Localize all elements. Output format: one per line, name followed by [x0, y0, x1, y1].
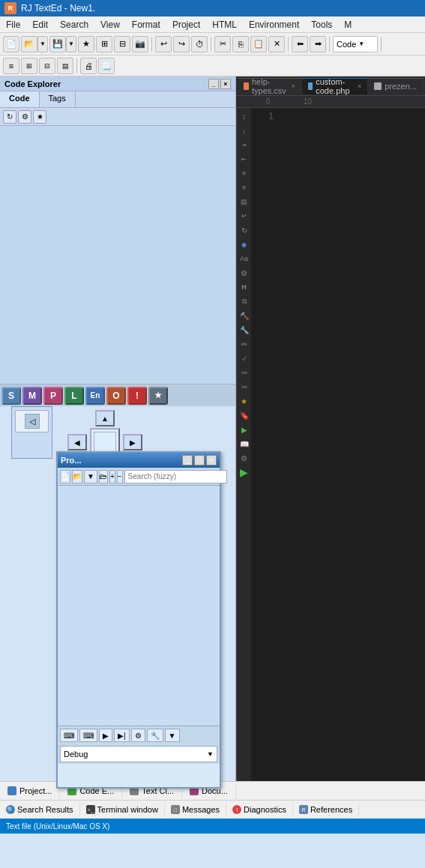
menu-search[interactable]: Search	[54, 16, 94, 32]
tab-tags[interactable]: Tags	[40, 91, 76, 107]
rt-dot-btn[interactable]: ●	[238, 238, 251, 251]
refresh-btn[interactable]: ↻	[3, 110, 16, 124]
proj-new-file-btn[interactable]: 📄	[60, 470, 70, 483]
proj-remove-btn[interactable]: −	[117, 470, 123, 483]
rt-copy-btn[interactable]: ⧉	[238, 295, 251, 308]
rt-wrench-btn[interactable]: 🔧	[238, 323, 251, 337]
rt-indent2-btn[interactable]: ⇤	[238, 152, 251, 166]
tab-php[interactable]: custom-code.php ×	[302, 78, 368, 94]
rt-check-btn[interactable]: ✓	[238, 352, 251, 365]
code-dropdown[interactable]: Code ▼	[333, 36, 378, 52]
menu-view[interactable]: View	[94, 16, 126, 32]
sym-o[interactable]: O	[106, 387, 126, 405]
bookmark-button[interactable]: ★	[78, 36, 94, 52]
save-all-button[interactable]: ⊞	[96, 36, 112, 52]
cut-button[interactable]: ✂	[214, 36, 231, 52]
rt-heading-btn[interactable]: H	[238, 280, 251, 294]
nav-right-btn[interactable]: ▶	[123, 434, 142, 450]
sym-l[interactable]: L	[64, 387, 84, 405]
rt-cursor-btn[interactable]: ↕	[238, 109, 251, 123]
proj-wrench-btn[interactable]: 🔧	[147, 729, 163, 742]
close-button[interactable]: ✕	[268, 36, 285, 52]
rt-book-btn[interactable]: 📖	[238, 437, 251, 450]
menu-environment[interactable]: Environment	[243, 16, 305, 32]
paste-button[interactable]: 📋	[250, 36, 267, 52]
rt-bookmark-btn[interactable]: 🔖	[238, 409, 251, 422]
rt-arrow-btn[interactable]: ↓	[238, 124, 251, 137]
new-button[interactable]: 📄	[3, 36, 19, 52]
menu-tools[interactable]: Tools	[305, 16, 338, 32]
proj-keyboard-btn[interactable]: ⌨	[60, 729, 78, 742]
rt-wrap-btn[interactable]: ↵	[238, 209, 251, 223]
open-button[interactable]: 📂	[21, 36, 37, 52]
editor-content[interactable]	[280, 108, 425, 781]
open-dropdown[interactable]: ▼	[37, 36, 48, 52]
sym-star[interactable]: ★	[148, 387, 168, 405]
menu-html[interactable]: HTML	[206, 16, 243, 32]
rt-settings-btn[interactable]: ⚙	[238, 266, 251, 280]
print-btn[interactable]: 🖨	[80, 58, 97, 74]
csv-tab-close[interactable]: ×	[292, 82, 295, 90]
rt-refresh-btn[interactable]: ↻	[238, 223, 251, 237]
rt-align-btn[interactable]: ≡	[238, 166, 251, 180]
undo-button[interactable]: ↩	[155, 36, 172, 52]
bb-messages[interactable]: □ Messages	[165, 802, 226, 817]
rt-font-btn[interactable]: Aa	[238, 252, 251, 265]
bb-diagnostics[interactable]: ! Diagnostics	[226, 802, 293, 817]
php-tab-close[interactable]: ×	[358, 82, 361, 90]
proj-close-folder-btn[interactable]: 🗁	[99, 470, 108, 483]
menu-edit[interactable]: Edit	[26, 16, 54, 32]
bottom-tab-project[interactable]: Project...	[0, 783, 60, 798]
tab-code[interactable]: Code	[0, 91, 40, 107]
project-search-input[interactable]	[124, 470, 227, 483]
sym-m[interactable]: M	[22, 387, 42, 405]
menu-format[interactable]: Format	[126, 16, 166, 32]
proj-menu-btn[interactable]: ▼	[165, 729, 180, 742]
rt-align3-btn[interactable]: ▤	[238, 195, 251, 208]
rt-run-btn[interactable]: ▶	[238, 465, 251, 479]
rt-pen-btn[interactable]: ✏	[238, 337, 251, 351]
list-btn[interactable]: ≡	[3, 58, 19, 74]
debug-dropdown[interactable]: Debug ▼	[60, 746, 217, 762]
bb-terminal[interactable]: >_ Terminal window	[80, 802, 165, 817]
page-btn[interactable]: 📃	[98, 58, 115, 74]
align-btn[interactable]: ⊞	[21, 58, 37, 74]
sym-p[interactable]: P	[43, 387, 63, 405]
rt-play-btn[interactable]: ▶	[238, 423, 251, 436]
tab-prez[interactable]: prezen...	[368, 78, 424, 94]
sym-s[interactable]: S	[1, 387, 21, 405]
bb-references[interactable]: R References	[293, 802, 359, 817]
rt-hammer-btn[interactable]: 🔨	[238, 309, 251, 322]
proj-close-btn[interactable]: ×	[206, 455, 217, 465]
forward-button[interactable]: ➡	[310, 36, 326, 52]
align3-btn[interactable]: ▤	[57, 58, 73, 74]
proj-open-btn[interactable]: 📂	[72, 470, 82, 483]
settings-btn[interactable]: ⚙	[18, 110, 31, 124]
copy-button[interactable]: ⊟	[114, 36, 130, 52]
proj-dropdown-btn[interactable]: ▼	[84, 470, 97, 483]
add-btn[interactable]: ★	[33, 110, 46, 124]
bb-search-results[interactable]: 🔍 Search Results	[0, 802, 80, 817]
nav-up-btn[interactable]: ▲	[95, 410, 115, 427]
back-button[interactable]: ⬅	[292, 36, 308, 52]
proj-keyboard2-btn[interactable]: ⌨	[79, 729, 97, 742]
align2-btn[interactable]: ⊟	[39, 58, 55, 74]
nav-left-btn[interactable]: ◀	[67, 434, 87, 450]
history-button[interactable]: ⏱	[191, 36, 208, 52]
rt-scissors-btn[interactable]: ✂	[238, 366, 251, 379]
menu-file[interactable]: File	[0, 16, 26, 32]
proj-settings-btn[interactable]: ⚙	[131, 729, 145, 742]
rt-star-btn[interactable]: ★	[238, 394, 251, 408]
rt-settings2-btn[interactable]: ⚙	[238, 451, 251, 465]
sym-en[interactable]: En	[85, 387, 105, 405]
rt-scissors2-btn[interactable]: ✂	[238, 380, 251, 394]
proj-restore-btn[interactable]: □	[194, 455, 205, 465]
menu-more[interactable]: M	[338, 16, 358, 32]
rt-align2-btn[interactable]: ≡	[238, 181, 251, 194]
copy2-button[interactable]: ⎘	[232, 36, 249, 52]
panel-pin-btn[interactable]: _	[208, 79, 219, 89]
save-button[interactable]: 💾	[49, 36, 66, 52]
tab-csv[interactable]: help-types.csv ×	[238, 78, 302, 94]
screenshot-button[interactable]: 📷	[132, 36, 148, 52]
proj-step-btn[interactable]: ▶|	[114, 729, 130, 742]
